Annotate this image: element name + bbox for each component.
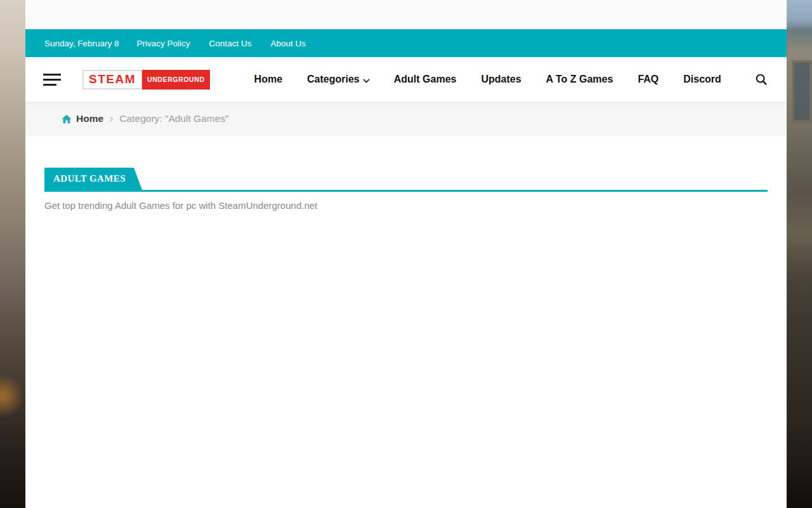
breadcrumb-separator: › (110, 113, 113, 124)
background-art-left (0, 0, 25, 508)
topbar: Sunday, February 8 Privacy Policy Contac… (25, 29, 787, 57)
nav-item-home[interactable]: Home (254, 74, 282, 85)
topbar-date: Sunday, February 8 (44, 39, 119, 48)
logo-steam-text: STEAM (82, 70, 142, 90)
nav-item-faq[interactable]: FAQ (638, 74, 658, 85)
breadcrumb-home-label: Home (76, 113, 103, 124)
nav-item-categories[interactable]: Categories (307, 74, 369, 85)
topbar-link-about-us[interactable]: About Us (270, 39, 306, 48)
site-header: STEAM UNDERGROUND Home Categories Adult … (25, 57, 787, 102)
section-description: Get top trending Adult Games for pc with… (44, 200, 768, 211)
home-icon (62, 114, 72, 124)
nav-item-a-to-z-games[interactable]: A To Z Games (546, 74, 613, 85)
topbar-link-contact-us[interactable]: Contact Us (209, 39, 252, 48)
section-header-rule: ADULT GAMES (44, 168, 768, 192)
breadcrumb: Home › Category: "Adult Games" (25, 102, 787, 136)
search-icon[interactable] (755, 73, 768, 86)
site-logo[interactable]: STEAM UNDERGROUND (82, 70, 210, 90)
top-spacer-strip (25, 0, 787, 29)
nav-item-updates[interactable]: Updates (481, 74, 521, 85)
nav-item-discord[interactable]: Discord (683, 74, 721, 85)
chevron-down-icon (363, 76, 369, 81)
section-title-badge: ADULT GAMES (44, 168, 142, 190)
breadcrumb-home-link[interactable]: Home (62, 113, 103, 124)
logo-underground-text: UNDERGROUND (142, 70, 210, 90)
background-art-right (787, 0, 812, 508)
main-navigation: Home Categories Adult Games Updates A To… (254, 74, 721, 85)
nav-item-adult-games[interactable]: Adult Games (394, 74, 457, 85)
page-container: Sunday, February 8 Privacy Policy Contac… (25, 0, 787, 508)
topbar-link-privacy-policy[interactable]: Privacy Policy (137, 39, 190, 48)
hamburger-menu-icon[interactable] (43, 74, 61, 86)
main-content: ADULT GAMES Get top trending Adult Games… (25, 136, 787, 211)
breadcrumb-current: Category: "Adult Games" (119, 113, 228, 124)
